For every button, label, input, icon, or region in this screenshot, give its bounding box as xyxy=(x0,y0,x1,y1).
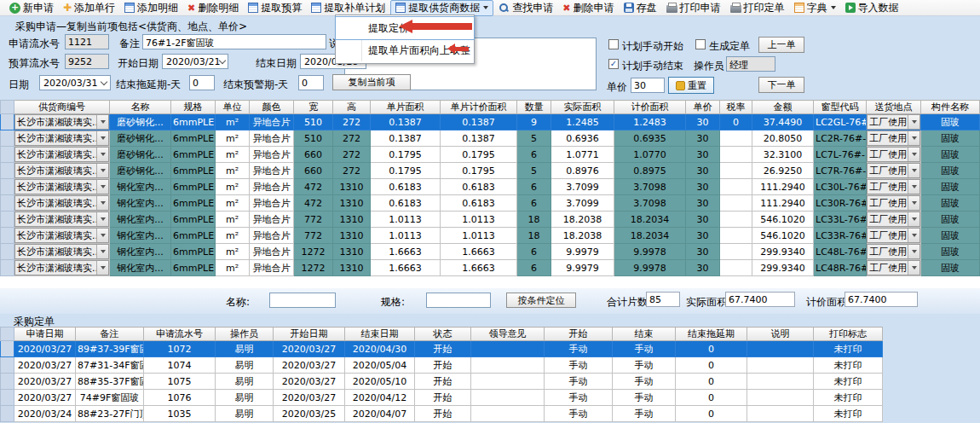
chevron-down-icon[interactable] xyxy=(908,131,919,145)
row-header[interactable] xyxy=(1,114,14,130)
chevron-down-icon[interactable] xyxy=(96,261,108,275)
chevron-down-icon[interactable] xyxy=(908,164,919,177)
column-header[interactable]: 名称 xyxy=(110,101,171,114)
table-row[interactable]: 长沙市潇湘玻璃实...磨砂钢化...6mmPLE...m²异地合片6602720… xyxy=(1,163,980,179)
column-header[interactable]: 单片面积 xyxy=(371,101,441,114)
column-header[interactable]: 计价面积 xyxy=(614,101,686,114)
column-header[interactable]: 申请日期 xyxy=(14,327,76,341)
chevron-down-icon[interactable] xyxy=(483,6,488,9)
combo-cell[interactable]: 工厂使用 xyxy=(867,195,921,212)
table-row[interactable]: 长沙市潇湘玻璃实...钢化室内...6mmPLE...m²异地合片7721310… xyxy=(1,212,980,228)
column-header[interactable]: 结束拖延期 xyxy=(676,327,747,341)
delay-field[interactable]: 0 xyxy=(189,75,215,90)
table-row[interactable]: 2020/03/2488#23-27F门顶玻1035易明2020/03/2520… xyxy=(1,406,883,422)
combo-cell[interactable]: 长沙市潇湘玻璃实... xyxy=(14,114,110,130)
manual-start-checkbox[interactable] xyxy=(608,39,619,49)
table-row[interactable]: 2020/03/2788#35-37F窗固玻1075易明2020/03/2720… xyxy=(1,374,883,390)
chevron-down-icon[interactable] xyxy=(908,261,919,275)
toolbar-button-8[interactable]: 查找申请 xyxy=(494,1,557,15)
row-header[interactable] xyxy=(1,195,14,212)
chevron-down-icon[interactable] xyxy=(908,180,919,194)
chevron-down-icon[interactable] xyxy=(219,56,226,63)
chevron-down-icon[interactable] xyxy=(96,245,108,258)
chevron-down-icon[interactable] xyxy=(96,212,108,226)
table-row[interactable]: 长沙市潇湘玻璃实...钢化室内...6mmPLE...m²异地合片4721310… xyxy=(1,179,980,195)
table-row[interactable]: 长沙市潇湘玻璃实...磨砂钢化...6mmPLE...m²异地合片6602720… xyxy=(1,147,980,163)
column-header[interactable]: 领导意见 xyxy=(471,327,545,341)
table-row[interactable]: 2020/03/2787#31-34F窗固玻1074易明2020/03/2720… xyxy=(1,357,883,374)
table-row[interactable]: 长沙市潇湘玻璃实...磨砂钢化...6mmPLE...m²异地合片5102720… xyxy=(1,130,980,147)
toolbar-button-3[interactable]: 添加明细 xyxy=(120,1,182,15)
toolbar-button-13[interactable]: 字典 xyxy=(790,1,840,15)
combo-cell[interactable]: 工厂使用 xyxy=(867,114,921,130)
table-row[interactable]: 2020/03/2789#37-39F窗固玻1072易明2020/03/2720… xyxy=(1,341,883,357)
combo-cell[interactable]: 工厂使用 xyxy=(867,212,921,228)
chevron-down-icon[interactable] xyxy=(908,196,919,210)
chevron-down-icon[interactable] xyxy=(96,115,108,129)
toolbar-button-1[interactable]: 新申请 xyxy=(5,1,58,15)
toolbar-button-9[interactable]: 删除申请 xyxy=(558,1,618,15)
column-header[interactable]: 开始 xyxy=(545,327,613,341)
reset-button[interactable]: 重置 xyxy=(668,77,714,94)
row-header[interactable] xyxy=(1,390,14,406)
column-header[interactable]: 申请流水号 xyxy=(144,327,216,341)
row-header[interactable] xyxy=(1,130,14,147)
row-header[interactable] xyxy=(1,179,14,195)
column-header[interactable]: 窗型代码 xyxy=(814,101,867,114)
column-header[interactable]: 结束 xyxy=(613,327,676,341)
chevron-down-icon[interactable] xyxy=(908,148,919,161)
filter-name-input[interactable] xyxy=(269,293,336,308)
prev-order-button[interactable]: 上一单 xyxy=(758,37,804,53)
column-header[interactable]: 供货商编号 xyxy=(14,101,110,114)
column-header[interactable]: 说明 xyxy=(747,327,814,341)
combo-cell[interactable]: 工厂使用 xyxy=(867,163,921,179)
toolbar-button-6[interactable]: 提取补单计划 xyxy=(307,1,389,15)
column-header[interactable]: 税率 xyxy=(720,101,752,114)
chevron-down-icon[interactable] xyxy=(908,245,919,258)
toolbar-button-5[interactable]: 提取预算 xyxy=(244,1,306,15)
column-header[interactable]: 颜色 xyxy=(250,101,294,114)
column-header[interactable]: 备注 xyxy=(76,327,144,341)
column-header[interactable]: 实际面积 xyxy=(551,101,614,114)
column-header[interactable]: 构件名称 xyxy=(921,101,980,114)
column-header[interactable]: 高 xyxy=(333,101,371,114)
column-header[interactable]: 开始日期 xyxy=(274,327,345,341)
row-header[interactable] xyxy=(1,341,14,357)
date-picker[interactable]: 2020/03/31 xyxy=(39,75,111,90)
combo-cell[interactable]: 工厂使用 xyxy=(867,228,921,244)
combo-cell[interactable]: 长沙市潇湘玻璃实... xyxy=(14,228,110,244)
toolbar-button-7[interactable]: 提取供货商数据 xyxy=(390,0,493,16)
operator-field[interactable]: 经理 xyxy=(726,56,775,72)
filter-spec-input[interactable] xyxy=(426,293,491,308)
toolbar-button-12[interactable]: 打印定单 xyxy=(726,1,789,15)
toolbar-button-2[interactable]: 添加单行 xyxy=(59,1,119,15)
column-header[interactable]: 数量 xyxy=(517,101,551,114)
apply-no-field[interactable]: 1121 xyxy=(65,34,109,49)
manual-end-checkbox[interactable] xyxy=(608,59,619,69)
column-header[interactable]: 结束日期 xyxy=(345,327,415,341)
toolbar-button-4[interactable]: 删除明细 xyxy=(183,1,243,15)
combo-cell[interactable]: 长沙市潇湘玻璃实... xyxy=(14,179,110,195)
combo-cell[interactable]: 工厂使用 xyxy=(867,147,921,163)
row-header[interactable] xyxy=(1,163,14,179)
chevron-down-icon[interactable] xyxy=(96,164,108,177)
combo-cell[interactable]: 工厂使用 xyxy=(867,179,921,195)
chevron-down-icon[interactable] xyxy=(96,131,108,145)
combo-cell[interactable]: 长沙市潇湘玻璃实... xyxy=(14,195,110,212)
column-header[interactable]: 单位 xyxy=(216,101,250,114)
price-field[interactable]: 30 xyxy=(631,78,665,93)
row-header[interactable] xyxy=(1,374,14,390)
table-row[interactable]: 长沙市潇湘玻璃实...钢化室内...6mmPLE...m²异地合片1272131… xyxy=(1,260,980,276)
row-header[interactable] xyxy=(1,147,14,163)
row-header[interactable] xyxy=(1,406,14,422)
column-header[interactable]: 状态 xyxy=(415,327,471,341)
combo-cell[interactable]: 工厂使用 xyxy=(867,244,921,260)
chevron-down-icon[interactable] xyxy=(96,196,108,210)
copy-current-button[interactable]: 复制当前项 xyxy=(332,74,411,90)
column-header[interactable]: 单价 xyxy=(686,101,720,114)
combo-cell[interactable]: 长沙市潇湘玻璃实... xyxy=(14,260,110,276)
chevron-down-icon[interactable] xyxy=(101,78,107,84)
locate-button[interactable]: 按条件定位 xyxy=(506,293,576,308)
table-row[interactable]: 长沙市潇湘玻璃实...钢化室内...6mmPLE...m²异地合片1272131… xyxy=(1,244,980,260)
table-row[interactable]: 长沙市潇湘玻璃实...磨砂钢化...6mmPLE...m²异地合片5102720… xyxy=(1,114,980,130)
